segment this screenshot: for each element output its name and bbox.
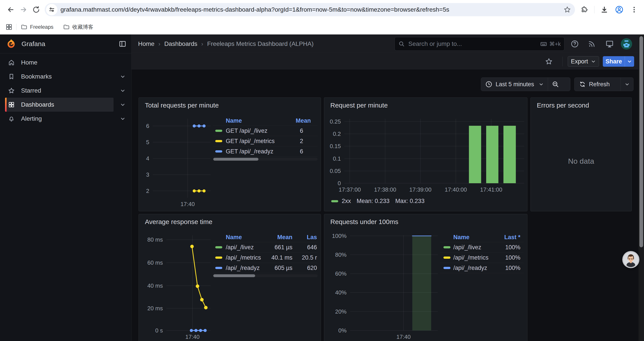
puzzle-icon <box>581 6 588 14</box>
floating-assistant-avatar[interactable] <box>623 252 639 267</box>
breadcrumb-home[interactable]: Home <box>138 40 154 47</box>
folder-icon <box>21 24 28 30</box>
sidebar-item-home[interactable]: Home <box>5 56 114 70</box>
time-range-picker[interactable]: Last 5 minutes <box>481 78 548 91</box>
back-button[interactable] <box>4 3 17 16</box>
legend-scrollbar-thumb[interactable] <box>213 158 258 161</box>
bell-icon <box>8 115 15 122</box>
profile-avatar-icon <box>615 5 624 14</box>
sidebar-expand-starred[interactable] <box>118 84 127 98</box>
downloads-button[interactable] <box>598 3 611 16</box>
legend-row-metrics[interactable]: /api/_/metrics 100% <box>440 253 524 263</box>
sidebar-expand-bookmarks[interactable] <box>118 70 127 84</box>
svg-text:80%: 80% <box>335 251 346 258</box>
search-input[interactable] <box>408 40 540 48</box>
legend-col-last[interactable]: Las <box>292 234 318 241</box>
time-range-label: Last 5 minutes <box>496 81 534 88</box>
legend-col-name[interactable]: Name <box>213 234 266 241</box>
legend-col-name[interactable]: Name <box>440 234 497 241</box>
panel-requests-under-100ms: Requests under 100ms 100%80%60%40%20%0%1… <box>324 214 528 341</box>
refresh-label: Refresh <box>589 81 610 88</box>
news-button[interactable] <box>586 38 598 50</box>
bookmark-folder-blog[interactable]: 收藏博客 <box>63 24 94 31</box>
bookmark-star-icon[interactable] <box>564 6 571 14</box>
home-icon <box>8 59 15 66</box>
keyboard-shortcut-hint: ⌘+k <box>540 40 561 47</box>
legend-row-livez[interactable]: GET /api/_/livez 6 <box>213 126 318 136</box>
legend-table: Name Mean Las /api/_/livez 661 µs 646 /a… <box>213 233 318 277</box>
extensions-button[interactable] <box>578 3 591 16</box>
user-avatar[interactable] <box>621 38 632 50</box>
no-data-message: No data <box>531 157 632 165</box>
help-button[interactable] <box>568 38 581 50</box>
chevron-down-icon <box>627 59 632 64</box>
legend-row-readyz[interactable]: GET /api/_/readyz 6 <box>213 146 318 157</box>
series-last: 100% <box>497 254 524 261</box>
legend-row-metrics[interactable]: GET /api/_/metrics 2 <box>213 136 318 146</box>
page-scrollbar[interactable] <box>638 35 644 341</box>
series-mean: 605 µs <box>266 265 292 271</box>
reload-button[interactable] <box>30 3 42 16</box>
sidebar: Grafana Home Bookmarks Starred <box>0 35 132 341</box>
sidebar-expand-alerting[interactable] <box>118 112 127 126</box>
breadcrumb-separator: › <box>158 41 160 47</box>
sidebar-expand-dashboards[interactable] <box>118 98 127 112</box>
site-info-button[interactable] <box>46 4 58 15</box>
clock-icon <box>485 81 492 88</box>
legend-item-2xx[interactable]: 2xx <box>331 198 351 204</box>
browser-menu-button[interactable] <box>628 3 640 16</box>
legend-row-livez[interactable]: /api/_/livez 100% <box>440 242 524 253</box>
sidebar-item-alerting[interactable]: Alerting <box>5 112 114 126</box>
folder-icon <box>63 24 70 30</box>
legend-col-mean[interactable]: Mean <box>266 234 292 241</box>
legend-scrollbar-thumb[interactable] <box>213 274 255 277</box>
legend-row-readyz[interactable]: /api/_/readyz 605 µs 620 <box>213 263 318 273</box>
bookmark-folder-freeleaps[interactable]: Freeleaps <box>21 24 54 30</box>
svg-text:2: 2 <box>146 188 149 194</box>
refresh-button[interactable]: Refresh <box>574 78 620 91</box>
dashboard-actions-bar: Export Share <box>132 54 644 69</box>
url-text[interactable]: grafana.mathmast.com/d/deytv4rwavabkb/fr… <box>60 6 564 13</box>
series-last: 20.5 r <box>292 254 318 261</box>
svg-text:40 ms: 40 ms <box>147 282 163 289</box>
bookmarks-bar: Freeleaps 收藏博客 <box>0 19 644 35</box>
breadcrumb-dashboards[interactable]: Dashboards <box>164 40 197 47</box>
sidebar-item-label: Starred <box>21 87 41 94</box>
legend-scrollbar[interactable] <box>213 274 318 277</box>
share-menu-button[interactable] <box>625 56 634 67</box>
search-icon <box>398 41 405 47</box>
export-button[interactable]: Export <box>568 56 599 67</box>
grafana-logo[interactable] <box>6 38 17 49</box>
sidebar-item-starred[interactable]: Starred <box>5 84 114 98</box>
series-color-dash <box>215 256 222 259</box>
kiosk-mode-button[interactable] <box>603 38 616 50</box>
legend-scrollbar[interactable] <box>213 158 318 161</box>
dock-sidebar-icon[interactable] <box>118 40 126 48</box>
sidebar-item-dashboards[interactable]: Dashboards <box>5 98 114 112</box>
sidebar-item-label: Alerting <box>21 115 42 122</box>
legend-row-metrics[interactable]: /api/_/metrics 40.1 ms 20.5 r <box>213 253 318 263</box>
forward-button[interactable] <box>17 3 30 16</box>
page-scrollbar-thumb[interactable] <box>640 36 643 247</box>
panel-request-per-minute: Request per minute 0.250.20.150.10.05017… <box>324 97 528 211</box>
zoom-out-time-button[interactable] <box>548 78 563 91</box>
sidebar-item-bookmarks[interactable]: Bookmarks <box>5 70 114 84</box>
svg-text:60%: 60% <box>335 270 346 277</box>
svg-text:0.05: 0.05 <box>330 168 341 174</box>
profile-button[interactable] <box>613 3 626 16</box>
legend-col-last[interactable]: Last * <box>497 234 524 241</box>
breadcrumb-current-dashboard: Freeleaps Metrics Dashboard (ALPHA) <box>207 40 314 47</box>
legend-row-readyz[interactable]: /api/_/readyz 100% <box>440 263 524 273</box>
favorite-dashboard-button[interactable] <box>543 56 554 67</box>
legend-col-mean[interactable]: Mean <box>296 117 318 124</box>
series-mean: 6 <box>296 148 318 155</box>
legend-col-name[interactable]: Name <box>213 117 296 124</box>
sidebar-brand-title: Grafana <box>22 40 118 48</box>
search-bar[interactable]: ⌘+k <box>394 37 564 51</box>
url-bar[interactable]: grafana.mathmast.com/d/deytv4rwavabkb/fr… <box>45 3 575 16</box>
refresh-interval-button[interactable] <box>620 78 633 91</box>
share-button[interactable]: Share <box>603 56 625 67</box>
legend-row-livez[interactable]: /api/_/livez 661 µs 646 <box>213 242 318 253</box>
request-per-minute-chart[interactable]: 0.250.20.150.10.05017:37:0017:38:0017:39… <box>324 98 528 211</box>
apps-grid-icon[interactable] <box>5 23 13 31</box>
